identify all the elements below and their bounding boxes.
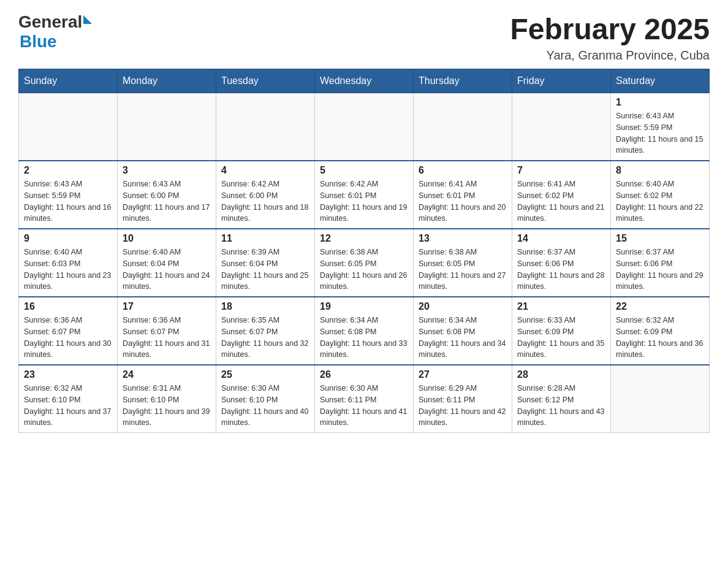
day-info: Sunrise: 6:41 AMSunset: 6:02 PMDaylight:… [517, 178, 605, 224]
day-info: Sunrise: 6:36 AMSunset: 6:07 PMDaylight:… [123, 315, 211, 361]
calendar-day-cell: 24Sunrise: 6:31 AMSunset: 6:10 PMDayligh… [118, 365, 216, 433]
calendar-day-cell: 26Sunrise: 6:30 AMSunset: 6:11 PMDayligh… [315, 365, 414, 433]
weekday-header-thursday: Thursday [414, 69, 512, 93]
calendar-week-row: 23Sunrise: 6:32 AMSunset: 6:10 PMDayligh… [19, 365, 710, 433]
weekday-header-tuesday: Tuesday [216, 69, 315, 93]
calendar-day-cell: 1Sunrise: 6:43 AMSunset: 5:59 PMDaylight… [611, 93, 710, 161]
day-number: 17 [123, 301, 211, 312]
calendar-day-cell: 2Sunrise: 6:43 AMSunset: 5:59 PMDaylight… [19, 161, 118, 229]
day-number: 10 [123, 233, 211, 244]
calendar-day-cell: 14Sunrise: 6:37 AMSunset: 6:06 PMDayligh… [512, 229, 611, 297]
day-number: 4 [221, 165, 309, 176]
day-info: Sunrise: 6:31 AMSunset: 6:10 PMDaylight:… [123, 383, 211, 429]
day-number: 11 [221, 233, 309, 244]
day-number: 20 [419, 301, 507, 312]
calendar-day-cell: 22Sunrise: 6:32 AMSunset: 6:09 PMDayligh… [611, 297, 710, 365]
calendar-day-cell: 10Sunrise: 6:40 AMSunset: 6:04 PMDayligh… [118, 229, 216, 297]
day-number: 27 [419, 369, 507, 380]
day-number: 9 [24, 233, 112, 244]
day-number: 13 [419, 233, 507, 244]
logo-triangle-icon [83, 15, 92, 24]
calendar-day-cell: 28Sunrise: 6:28 AMSunset: 6:12 PMDayligh… [512, 365, 611, 433]
calendar-day-cell [512, 93, 611, 161]
weekday-header-sunday: Sunday [19, 69, 118, 93]
day-number: 8 [616, 165, 704, 176]
day-number: 15 [616, 233, 704, 244]
day-number: 6 [419, 165, 507, 176]
calendar-day-cell: 13Sunrise: 6:38 AMSunset: 6:05 PMDayligh… [414, 229, 512, 297]
day-number: 2 [24, 165, 112, 176]
calendar-day-cell [216, 93, 315, 161]
weekday-header-friday: Friday [512, 69, 611, 93]
day-number: 3 [123, 165, 211, 176]
weekday-header-monday: Monday [118, 69, 216, 93]
day-info: Sunrise: 6:29 AMSunset: 6:11 PMDaylight:… [419, 383, 507, 429]
calendar-day-cell: 11Sunrise: 6:39 AMSunset: 6:04 PMDayligh… [216, 229, 315, 297]
day-info: Sunrise: 6:34 AMSunset: 6:08 PMDaylight:… [419, 315, 507, 361]
calendar-day-cell: 15Sunrise: 6:37 AMSunset: 6:06 PMDayligh… [611, 229, 710, 297]
day-number: 12 [320, 233, 408, 244]
day-number: 28 [517, 369, 605, 380]
day-number: 21 [517, 301, 605, 312]
page-header: General Blue February 2025 Yara, Granma … [18, 12, 710, 63]
calendar-day-cell: 23Sunrise: 6:32 AMSunset: 6:10 PMDayligh… [19, 365, 118, 433]
day-info: Sunrise: 6:37 AMSunset: 6:06 PMDaylight:… [517, 247, 605, 293]
day-info: Sunrise: 6:43 AMSunset: 5:59 PMDaylight:… [24, 178, 112, 224]
day-info: Sunrise: 6:42 AMSunset: 6:00 PMDaylight:… [221, 178, 309, 224]
calendar-day-cell: 18Sunrise: 6:35 AMSunset: 6:07 PMDayligh… [216, 297, 315, 365]
day-info: Sunrise: 6:38 AMSunset: 6:05 PMDaylight:… [320, 247, 408, 293]
calendar-day-cell: 9Sunrise: 6:40 AMSunset: 6:03 PMDaylight… [19, 229, 118, 297]
day-info: Sunrise: 6:32 AMSunset: 6:09 PMDaylight:… [616, 315, 704, 361]
day-info: Sunrise: 6:40 AMSunset: 6:03 PMDaylight:… [24, 247, 112, 293]
calendar-day-cell: 27Sunrise: 6:29 AMSunset: 6:11 PMDayligh… [414, 365, 512, 433]
calendar-day-cell: 3Sunrise: 6:43 AMSunset: 6:00 PMDaylight… [118, 161, 216, 229]
title-section: February 2025 Yara, Granma Province, Cub… [510, 12, 710, 63]
calendar-day-cell: 16Sunrise: 6:36 AMSunset: 6:07 PMDayligh… [19, 297, 118, 365]
calendar-day-cell: 7Sunrise: 6:41 AMSunset: 6:02 PMDaylight… [512, 161, 611, 229]
page-title: February 2025 [510, 12, 710, 46]
day-info: Sunrise: 6:37 AMSunset: 6:06 PMDaylight:… [616, 247, 704, 293]
day-info: Sunrise: 6:30 AMSunset: 6:11 PMDaylight:… [320, 383, 408, 429]
day-number: 26 [320, 369, 408, 380]
calendar-day-cell [315, 93, 414, 161]
calendar-day-cell: 12Sunrise: 6:38 AMSunset: 6:05 PMDayligh… [315, 229, 414, 297]
day-info: Sunrise: 6:41 AMSunset: 6:01 PMDaylight:… [419, 178, 507, 224]
day-info: Sunrise: 6:34 AMSunset: 6:08 PMDaylight:… [320, 315, 408, 361]
weekday-header-wednesday: Wednesday [315, 69, 414, 93]
calendar-day-cell [118, 93, 216, 161]
page-subtitle: Yara, Granma Province, Cuba [510, 48, 710, 63]
day-info: Sunrise: 6:43 AMSunset: 6:00 PMDaylight:… [123, 178, 211, 224]
day-number: 16 [24, 301, 112, 312]
logo: General Blue [18, 12, 92, 52]
calendar-day-cell: 8Sunrise: 6:40 AMSunset: 6:02 PMDaylight… [611, 161, 710, 229]
calendar-week-row: 1Sunrise: 6:43 AMSunset: 5:59 PMDaylight… [19, 93, 710, 161]
calendar-week-row: 2Sunrise: 6:43 AMSunset: 5:59 PMDaylight… [19, 161, 710, 229]
calendar-table: SundayMondayTuesdayWednesdayThursdayFrid… [18, 69, 710, 433]
weekday-header-saturday: Saturday [611, 69, 710, 93]
logo-blue-text: Blue [20, 32, 57, 51]
calendar-week-row: 9Sunrise: 6:40 AMSunset: 6:03 PMDaylight… [19, 229, 710, 297]
day-info: Sunrise: 6:40 AMSunset: 6:04 PMDaylight:… [123, 247, 211, 293]
calendar-header-row: SundayMondayTuesdayWednesdayThursdayFrid… [19, 69, 710, 93]
day-number: 1 [616, 97, 704, 108]
day-number: 23 [24, 369, 112, 380]
day-info: Sunrise: 6:33 AMSunset: 6:09 PMDaylight:… [517, 315, 605, 361]
day-info: Sunrise: 6:32 AMSunset: 6:10 PMDaylight:… [24, 383, 112, 429]
calendar-day-cell: 5Sunrise: 6:42 AMSunset: 6:01 PMDaylight… [315, 161, 414, 229]
day-info: Sunrise: 6:30 AMSunset: 6:10 PMDaylight:… [221, 383, 309, 429]
day-number: 19 [320, 301, 408, 312]
day-info: Sunrise: 6:39 AMSunset: 6:04 PMDaylight:… [221, 247, 309, 293]
day-info: Sunrise: 6:35 AMSunset: 6:07 PMDaylight:… [221, 315, 309, 361]
calendar-week-row: 16Sunrise: 6:36 AMSunset: 6:07 PMDayligh… [19, 297, 710, 365]
calendar-day-cell [611, 365, 710, 433]
day-number: 7 [517, 165, 605, 176]
day-info: Sunrise: 6:38 AMSunset: 6:05 PMDaylight:… [419, 247, 507, 293]
day-number: 14 [517, 233, 605, 244]
calendar-day-cell [19, 93, 118, 161]
day-number: 18 [221, 301, 309, 312]
calendar-day-cell: 19Sunrise: 6:34 AMSunset: 6:08 PMDayligh… [315, 297, 414, 365]
day-number: 5 [320, 165, 408, 176]
logo-general-text: General [18, 12, 82, 32]
calendar-day-cell: 21Sunrise: 6:33 AMSunset: 6:09 PMDayligh… [512, 297, 611, 365]
calendar-day-cell: 17Sunrise: 6:36 AMSunset: 6:07 PMDayligh… [118, 297, 216, 365]
